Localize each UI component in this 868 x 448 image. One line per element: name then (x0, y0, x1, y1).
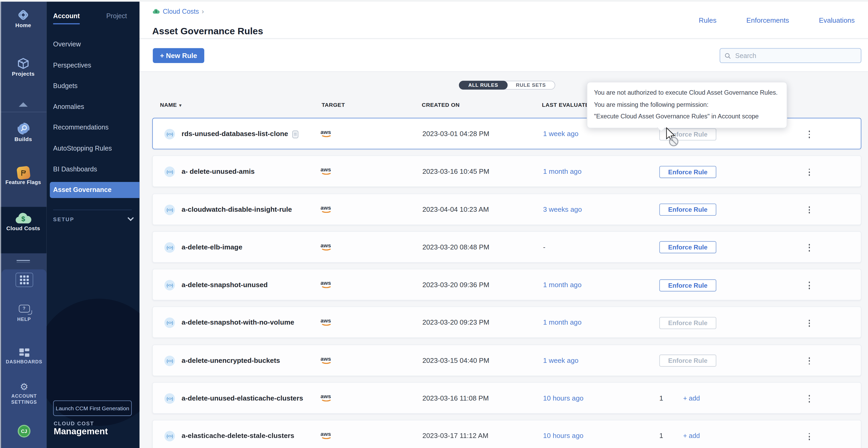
rule-icon (164, 167, 175, 177)
row-menu-icon[interactable] (805, 241, 814, 254)
search-icon (725, 52, 731, 59)
sidebar-item-projects[interactable]: Projects (0, 57, 46, 77)
created-on-value: 2023-03-15 04:40 PM (422, 345, 489, 377)
created-on-value: 2023-03-16 10:45 PM (422, 156, 489, 188)
tab-all-rules[interactable]: ALL RULES (459, 81, 507, 90)
rule-icon (164, 204, 175, 215)
last-evaluated-link[interactable]: 1 month ago (543, 270, 582, 301)
add-enforcement-link[interactable]: + add (683, 383, 700, 415)
rule-name: a- delete-unused-amis (182, 156, 255, 188)
row-menu-icon[interactable] (805, 203, 814, 216)
sidebar-item-dashboards[interactable]: DASHBOARDS (2, 345, 46, 365)
window-top-edge (0, 0, 868, 2)
enforce-rule-button[interactable]: Enforce Rule (659, 241, 716, 253)
breadcrumb[interactable]: $ Cloud Costs › (152, 8, 204, 15)
builds-icon (16, 121, 31, 136)
sidebar-item-overview[interactable]: Overview (46, 34, 140, 55)
search-input[interactable] (734, 51, 857, 60)
launch-ccm-first-gen-button[interactable]: Launch CCM First Generation (53, 401, 132, 416)
rail-bottom-panel: ? HELP DASHBOARDS ⚙ ACCOUNT SETTINGS CJ (2, 270, 46, 448)
sidebar-item-help[interactable]: ? HELP (2, 305, 46, 322)
column-header-name[interactable]: NAME▾ (160, 102, 182, 108)
table-row[interactable]: a-delete-elb-image aws 2023-03-20 08:48 … (152, 231, 861, 263)
scope-tabs: Account Project (53, 12, 127, 24)
sidebar-item-cloud-costs[interactable]: $ Cloud Costs (0, 212, 46, 231)
rule-icon (164, 318, 175, 328)
breadcrumb-chevron-icon: › (202, 8, 204, 15)
search-box[interactable] (720, 48, 861, 63)
link-enforcements[interactable]: Enforcements (746, 16, 789, 24)
header-links: Rules Enforcements Evaluations (699, 16, 855, 24)
harness-logo-icon (16, 8, 31, 22)
rule-icon (164, 129, 175, 139)
link-evaluations[interactable]: Evaluations (819, 16, 855, 24)
module-sidebar: Account Project OverviewPerspectivesBudg… (46, 0, 140, 448)
last-evaluated-link[interactable]: 10 hours ago (543, 383, 584, 415)
enforce-rule-button: Enforce Rule (659, 355, 716, 367)
module-grid-button[interactable] (2, 273, 46, 287)
sidebar-item-asset-governance[interactable]: Asset Governance (50, 182, 140, 198)
collapse-rail-icon[interactable] (19, 102, 28, 107)
rule-name: a-delete-unused-elasticache-clusters (182, 383, 303, 415)
rule-icon (164, 393, 175, 404)
row-menu-icon[interactable] (805, 279, 814, 292)
add-enforcement-link[interactable]: + add (683, 421, 700, 448)
sort-caret-icon: ▾ (179, 103, 182, 108)
row-menu-icon[interactable] (805, 166, 814, 179)
tab-project[interactable]: Project (106, 12, 127, 24)
last-evaluated-link[interactable]: 1 week ago (543, 118, 579, 150)
apps-grid-icon (20, 276, 29, 284)
cloud-costs-breadcrumb-icon: $ (152, 9, 160, 14)
row-menu-icon[interactable] (805, 317, 814, 330)
sidebar-item-feature-flags[interactable]: Feature Flags (0, 166, 46, 185)
brand-label-big: Management (54, 426, 108, 437)
tab-account[interactable]: Account (53, 12, 80, 24)
sidebar-item-builds[interactable]: Builds (0, 121, 46, 142)
last-evaluated-link[interactable]: 10 hours ago (543, 421, 584, 448)
created-on-value: 2023-03-01 04:28 PM (422, 118, 489, 150)
rail-drag-handle[interactable] (17, 260, 30, 263)
enforce-rule-button[interactable]: Enforce Rule (659, 166, 716, 178)
table-row[interactable]: a-delete-snapshot-with-no-volume aws 202… (152, 307, 861, 338)
sidebar-divider (53, 210, 132, 210)
last-evaluated-link: - (543, 232, 546, 264)
module-rail: Home Projects (0, 0, 46, 448)
sidebar-item-autostopping-rules[interactable]: AutoStopping Rules (46, 138, 140, 159)
new-rule-button[interactable]: + New Rule (153, 48, 204, 63)
sidebar-item-account-settings[interactable]: ⚙ ACCOUNT SETTINGS (2, 382, 46, 405)
row-menu-icon[interactable] (805, 128, 814, 141)
table-row[interactable]: a-elasticache-delete-stale-clusters aws … (152, 420, 861, 448)
row-menu-icon[interactable] (805, 392, 814, 405)
last-evaluated-link[interactable]: 1 month ago (543, 307, 582, 339)
aws-target-icon: aws (320, 129, 331, 135)
main-content: $ Cloud Costs › Asset Governance Rules R… (140, 0, 868, 448)
table-row[interactable]: a-delete-snapshot-unused aws 2023-03-20 … (152, 269, 861, 301)
tooltip-line-3: "Execute Cloud Asset Governance Rules" i… (594, 111, 780, 123)
last-evaluated-link[interactable]: 1 month ago (543, 156, 582, 188)
brand-label-small: CLOUD COST (54, 420, 94, 426)
link-rules[interactable]: Rules (699, 16, 716, 24)
table-row[interactable]: a- delete-unused-amis aws 2023-03-16 10:… (152, 156, 861, 187)
created-on-value: 2023-03-20 09:36 PM (422, 270, 489, 301)
enforce-rule-button[interactable]: Enforce Rule (659, 204, 716, 216)
row-menu-icon[interactable] (805, 430, 814, 443)
sidebar-item-bi-dashboards[interactable]: BI Dashboards (46, 159, 140, 180)
aws-target-icon: aws (320, 355, 331, 361)
last-evaluated-link[interactable]: 1 week ago (543, 345, 579, 377)
table-row[interactable]: a-delete-unused-elasticache-clusters aws… (152, 382, 861, 414)
rule-name: a-cloudwatch-disable-insight-rule (182, 194, 292, 226)
user-avatar[interactable]: CJ (2, 425, 46, 438)
row-menu-icon[interactable] (805, 354, 814, 368)
sidebar-item-budgets[interactable]: Budgets (46, 76, 140, 97)
last-evaluated-link[interactable]: 3 weeks ago (543, 194, 582, 226)
enforce-rule-button[interactable]: Enforce Rule (659, 279, 716, 291)
copy-icon[interactable] (292, 131, 299, 138)
sidebar-item-anomalies[interactable]: Anomalies (46, 97, 140, 117)
sidebar-item-perspectives[interactable]: Perspectives (46, 55, 140, 76)
table-row[interactable]: a-delete-unencrypted-buckets aws 2023-03… (152, 344, 861, 376)
sidebar-item-setup[interactable]: SETUP (53, 216, 133, 222)
sidebar-item-home[interactable]: Home (0, 8, 46, 28)
table-row[interactable]: a-cloudwatch-disable-insight-rule aws 20… (152, 193, 861, 225)
tab-rule-sets[interactable]: RULE SETS (507, 81, 555, 89)
sidebar-item-recommendations[interactable]: Recommendations (46, 117, 140, 138)
